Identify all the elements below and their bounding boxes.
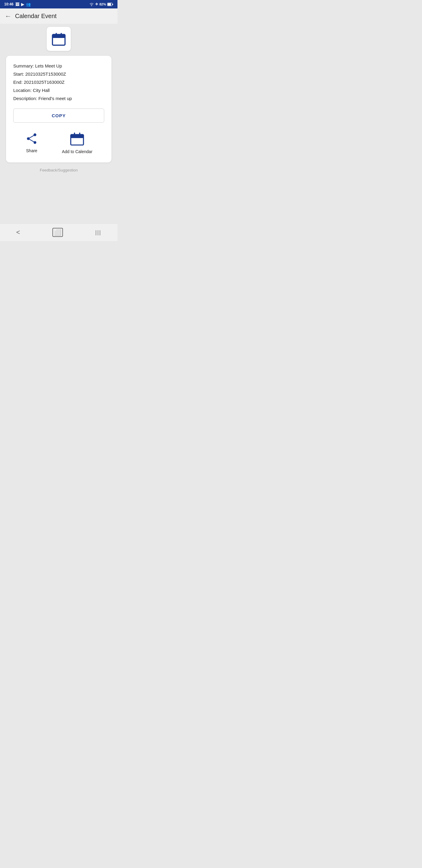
contacts-icon: 👥 [26, 2, 31, 7]
event-card: Summary: Lets Meet Up Start: 20210325T15… [6, 56, 111, 162]
add-to-calendar-action[interactable]: Add to Calendar [62, 131, 93, 154]
location-value: City Hall [33, 88, 50, 93]
nav-recents-button[interactable]: ||| [95, 229, 101, 236]
calendar-icon [51, 31, 66, 46]
svg-rect-4 [53, 37, 65, 38]
nav-bar: < ⬜ ||| [0, 223, 118, 241]
copy-button[interactable]: COPY [13, 108, 104, 123]
status-bar-right: ✈ 82% [89, 2, 113, 6]
start-line: Start: 20210325T153000Z [13, 70, 104, 78]
end-line: End: 20210325T163000Z [13, 78, 104, 86]
airplane-icon: ✈ [95, 2, 98, 6]
battery-icon [107, 3, 113, 6]
wifi-icon [89, 2, 94, 6]
photo-icon: 🖼 [15, 2, 19, 7]
battery-percentage: 82% [99, 2, 106, 6]
status-time: 10:46 [4, 2, 13, 6]
back-button[interactable]: ← [5, 13, 11, 20]
svg-rect-14 [71, 137, 84, 138]
description-value: Friend's meet up [38, 96, 72, 101]
share-action[interactable]: Share [25, 132, 38, 153]
event-details: Summary: Lets Meet Up Start: 20210325T15… [13, 62, 104, 102]
share-label: Share [26, 148, 37, 153]
summary-label: Summary: [13, 63, 34, 68]
end-label: End: [13, 80, 23, 85]
nav-home-button[interactable]: ⬜ [53, 228, 63, 237]
content-area: Summary: Lets Meet Up Start: 20210325T15… [0, 24, 118, 223]
svg-rect-6 [61, 33, 62, 36]
description-label: Description: [13, 96, 37, 101]
svg-line-10 [28, 135, 35, 138]
svg-rect-5 [56, 33, 57, 36]
description-line: Description: Friend's meet up [13, 94, 104, 102]
svg-rect-15 [74, 133, 75, 136]
actions-row: Share Add to Calendar [13, 130, 104, 154]
nav-back-button[interactable]: < [16, 228, 20, 236]
add-to-calendar-label: Add to Calendar [62, 149, 93, 154]
share-icon [25, 132, 38, 145]
status-bar-left: 10:46 🖼 ▶ 👥 [4, 2, 31, 7]
location-line: Location: City Hall [13, 86, 104, 94]
svg-rect-16 [79, 133, 80, 136]
svg-rect-1 [108, 3, 111, 5]
page-title: Calendar Event [15, 13, 57, 20]
video-icon: ▶ [21, 2, 24, 7]
location-label: Location: [13, 88, 32, 93]
start-label: Start: [13, 71, 24, 76]
feedback-link[interactable]: Feedback/Suggestion [40, 168, 78, 173]
summary-value: Lets Meet Up [35, 63, 62, 68]
svg-line-11 [28, 138, 35, 143]
start-value: 20210325T153000Z [25, 71, 66, 76]
status-bar: 10:46 🖼 ▶ 👥 ✈ 82% [0, 0, 118, 8]
end-value: 20210325T163000Z [24, 80, 64, 85]
header: ← Calendar Event [0, 8, 118, 24]
add-to-calendar-icon [70, 131, 85, 146]
calendar-icon-wrapper [47, 27, 71, 51]
summary-line: Summary: Lets Meet Up [13, 62, 104, 70]
